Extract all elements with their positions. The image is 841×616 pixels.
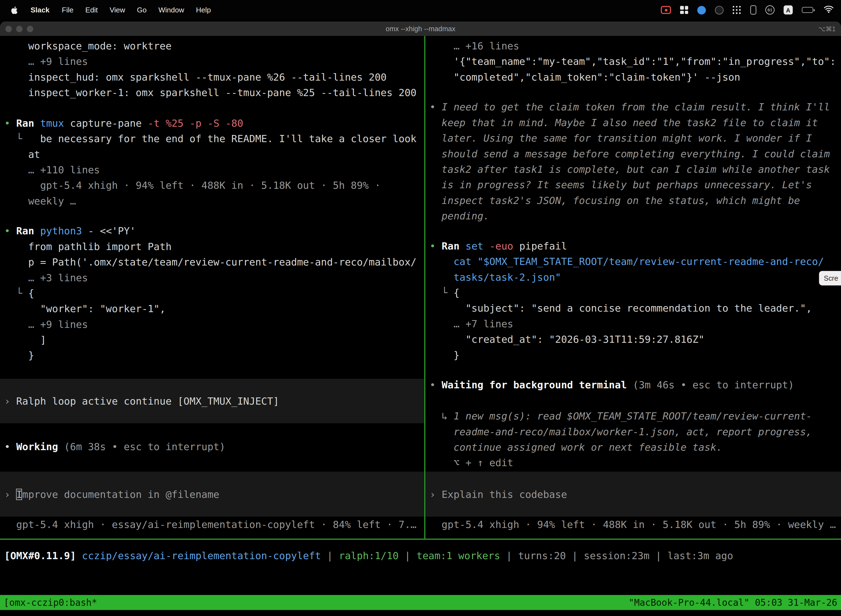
ran-python-block: • Ran python3 - <<'PY' from pathlib impo… [0, 223, 424, 363]
omx-session-status-line: [OMX#0.11.9] cczip/essay/ai-reimplementa… [4, 548, 733, 563]
minimize-button[interactable] [16, 25, 22, 32]
terminal-line: tasks/task-2.json" [429, 269, 841, 285]
terminal-line: • Ran python3 - <<'PY' [4, 223, 424, 239]
mailbox-message-block: ↳ 1 new msg(s): read $OMX_TEAM_STATE_ROO… [425, 408, 841, 470]
badge-61-icon[interactable]: 61 [765, 5, 775, 14]
terminal-line: • I need to get the claim token from the… [429, 99, 841, 115]
menu-bar-left: Slack File Edit View Go Window Help [0, 6, 217, 14]
terminal-line: └ { [429, 285, 841, 300]
dark-app-icon[interactable] [715, 6, 724, 14]
terminal-line: continue assigned work or next feasible … [429, 439, 841, 455]
ran-tmux-capture-block: • Ran tmux capture-pane -t %25 -p -S -80… [0, 115, 424, 209]
terminal-line: later. Using the same for transition mig… [429, 130, 841, 146]
terminal-line: "created_at": "2026-03-31T11:59:27.816Z" [429, 331, 841, 347]
blue-app-icon[interactable] [697, 6, 706, 14]
terminal-line: … +9 lines [4, 317, 424, 332]
terminal-line: "completed","claim_token":"claim-token"}… [429, 69, 841, 85]
terminal-line: keep that in mind. Maybe I also need the… [429, 115, 841, 130]
terminal-line: '{"team_name":"my-team","task_id":"1","f… [429, 54, 841, 69]
tmux-host-clock-label: "MacBook-Pro-44.local" 05:03 31-Mar-26 [629, 595, 837, 610]
terminal-line: └ { [4, 285, 424, 301]
menu-bar-status-icons: 61 A [661, 5, 841, 14]
screen-recording-indicator-icon[interactable] [661, 6, 671, 14]
terminal-line: weekly … [4, 193, 424, 209]
thinking-block: • I need to get the claim token from the… [425, 99, 841, 224]
window-titlebar[interactable]: omx --xhigh --madmax ⌥⌘1 [0, 22, 841, 36]
terminal-line: … +9 lines [4, 54, 424, 69]
battery-icon[interactable] [802, 7, 815, 13]
window-shortcut-badge: ⌥⌘1 [818, 25, 841, 32]
tmux-session-label[interactable]: [omx-cczip0:bash* [4, 595, 97, 610]
menu-file[interactable]: File [56, 6, 79, 14]
tmux-status-bar: [omx-cczip0:bash* "MacBook-Pro-44.local"… [0, 595, 841, 610]
window-title: omx --xhigh --madmax [0, 25, 841, 32]
pane-divider-horizontal[interactable] [0, 539, 841, 540]
input-source-icon[interactable]: A [784, 5, 793, 14]
tmux-pane-left: workspace_mode: worktree … +9 lines insp… [0, 36, 424, 538]
terminal-line: task2 after task1 is complete, but can I… [429, 161, 841, 177]
waiting-status-line: • Waiting for background terminal (3m 46… [425, 377, 841, 393]
terminal-line: workspace_mode: worktree [4, 38, 424, 54]
apple-menu-icon[interactable] [7, 6, 24, 14]
terminal-window: omx --xhigh --madmax ⌥⌘1 workspace_mode:… [0, 22, 841, 616]
terminal-line: inspect_hud: omx sparkshell --tmux-pane … [4, 69, 424, 85]
terminal-line: "subject": "send a concise recommendatio… [429, 301, 841, 316]
terminal-line: from pathlib import Path [4, 239, 424, 254]
tmux-pane-right: … +16 lines '{"team_name":"my-team","tas… [425, 36, 841, 538]
terminal-line: … +7 lines [429, 316, 841, 331]
close-button[interactable] [5, 25, 12, 32]
terminal-line: … +16 lines [429, 38, 841, 54]
terminal-line: "worker": "worker-1", [4, 301, 424, 317]
terminal-line: } [4, 348, 424, 363]
screen-share-popup[interactable]: Scre [819, 271, 841, 285]
window-grid-icon[interactable] [680, 6, 688, 14]
terminal-line: • Working (6m 38s • esc to interrupt) [4, 439, 424, 454]
terminal-content: workspace_mode: worktree … +9 lines insp… [0, 36, 841, 616]
terminal-line: is in progress? It seems likely but perh… [429, 177, 841, 192]
terminal-line: › Ralph loop active continue [OMX_TMUX_I… [4, 393, 424, 409]
model-status-line-left: gpt-5.4 xhigh · essay/ai-reimplementatio… [0, 517, 424, 532]
phone-icon[interactable] [750, 5, 756, 14]
composer-input-left[interactable]: › Improve documentation in @filename [0, 472, 424, 517]
wifi-icon[interactable] [824, 5, 834, 14]
terminal-line: • Waiting for background terminal (3m 46… [429, 377, 841, 393]
terminal-line: › Improve documentation in @filename [4, 486, 424, 502]
terminal-line: should send a message before completing … [429, 146, 841, 161]
terminal-line: … +3 lines [4, 270, 424, 285]
terminal-line: gpt-5.4 xhigh · 94% left · 488K in · 5.1… [4, 177, 424, 193]
menu-view[interactable]: View [104, 6, 131, 14]
model-status-line-right: gpt-5.4 xhigh · 94% left · 488K in · 5.1… [425, 517, 841, 532]
terminal-line: inspect_worker-1: omx sparkshell --tmux-… [4, 85, 424, 100]
terminal-line: readme-and-reco/mailbox/worker-1.json, a… [429, 424, 841, 439]
traffic-lights [0, 25, 34, 32]
terminal-line: gpt-5.4 xhigh · essay/ai-reimplementatio… [4, 517, 424, 532]
zoom-button[interactable] [27, 25, 33, 32]
menu-window[interactable]: Window [152, 6, 190, 14]
terminal-line: ⌥ + ↑ edit [429, 455, 841, 470]
active-app-name[interactable]: Slack [24, 6, 56, 14]
terminal-line: • Ran set -euo pipefail [429, 238, 841, 254]
inject-prompt-box[interactable]: › Ralph loop active continue [OMX_TMUX_I… [0, 378, 424, 423]
terminal-line: [OMX#0.11.9] cczip/essay/ai-reimplementa… [4, 548, 733, 563]
terminal-line: ↳ 1 new msg(s): read $OMX_TEAM_STATE_ROO… [429, 408, 841, 424]
claim-json-block: … +16 lines '{"team_name":"my-team","tas… [425, 38, 841, 85]
worker-config-block: workspace_mode: worktree … +9 lines insp… [0, 38, 424, 100]
terminal-line: • Ran tmux capture-pane -t %25 -p -S -80 [4, 115, 424, 131]
terminal-line: inspect task2's JSON, focusing on the st… [429, 193, 841, 208]
terminal-line: gpt-5.4 xhigh · 94% left · 488K in · 5.1… [429, 517, 841, 532]
terminal-line: ] [4, 332, 424, 348]
menu-go[interactable]: Go [131, 6, 152, 14]
menu-edit[interactable]: Edit [79, 6, 104, 14]
terminal-line: └ be necessary for the end of the README… [4, 131, 424, 146]
composer-input-right[interactable]: › Explain this codebase [425, 472, 841, 517]
terminal-line: cat "$OMX_TEAM_STATE_ROOT/team/review-cu… [429, 254, 841, 269]
pane-divider-vertical[interactable] [424, 36, 425, 538]
terminal-line: pending. [429, 208, 841, 224]
desktop: Slack File Edit View Go Window Help 61 A [0, 0, 841, 616]
terminal-line: } [429, 347, 841, 363]
menu-help[interactable]: Help [190, 6, 217, 14]
working-status-line: • Working (6m 38s • esc to interrupt) [0, 439, 424, 454]
terminal-line: › Explain this codebase [429, 486, 841, 502]
terminal-line: p = Path('.omx/state/team/review-current… [4, 254, 424, 270]
dots-grid-icon[interactable] [733, 6, 741, 14]
